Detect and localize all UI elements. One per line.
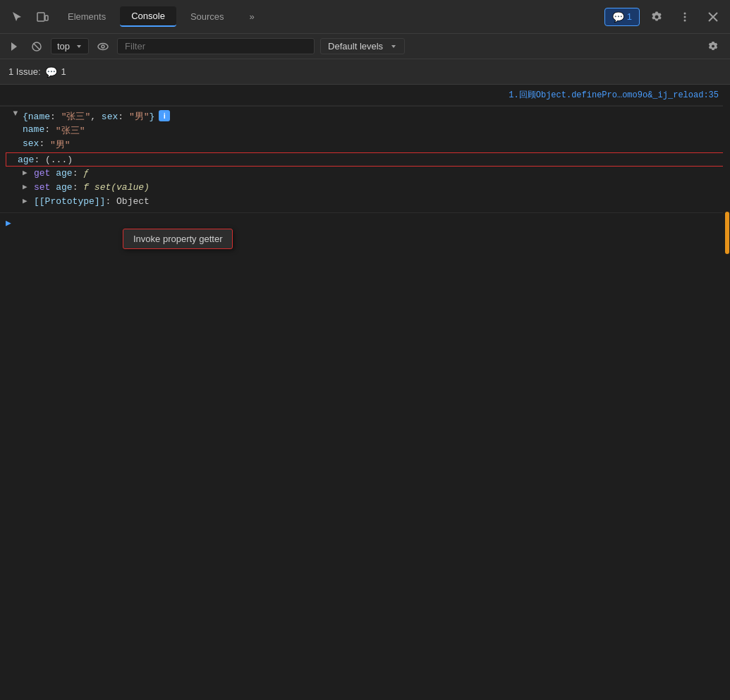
- object-summary: {name: "张三", sex: "男"}: [23, 110, 154, 123]
- context-selector[interactable]: top: [51, 38, 89, 54]
- log-levels-label: Default levels: [328, 41, 383, 52]
- set-age-func: f set(value): [83, 182, 150, 193]
- prop-name-key: name: [23, 124, 44, 135]
- source-link[interactable]: 1.回顾Object.definePro…omo9o&_ij_reload:35: [0, 85, 730, 106]
- expand-arrow-getter[interactable]: ▶: [23, 168, 31, 177]
- set-keyword: set: [34, 182, 50, 193]
- prop-sex-value: "男": [50, 138, 71, 151]
- svg-rect-1: [45, 16, 48, 20]
- svg-point-9: [98, 43, 108, 49]
- expand-arrow-setter[interactable]: ▶: [23, 182, 31, 191]
- issue-chat-icon: 💬: [45, 66, 57, 78]
- svg-point-2: [684, 12, 686, 14]
- close-devtools-button[interactable]: [702, 6, 724, 28]
- tree-root-row[interactable]: ▶ {name: "张三", sex: "男"} i: [0, 109, 730, 123]
- console-output: 1.回顾Object.definePro…omo9o&_ij_reload:35…: [0, 85, 730, 700]
- tab-bar-right: 💬 1: [604, 6, 724, 28]
- tree-sex-row: sex : "男": [0, 138, 730, 152]
- messages-count: 1: [627, 11, 632, 22]
- scrollbar-track: [723, 85, 730, 700]
- play-button[interactable]: [6, 38, 23, 55]
- filter-input[interactable]: [117, 38, 315, 54]
- svg-point-4: [684, 19, 686, 21]
- context-label: top: [57, 41, 70, 52]
- tree-name-row: name : "张三": [0, 123, 730, 138]
- prototype-value: Object: [116, 196, 150, 207]
- get-age-func: ƒ: [83, 168, 89, 179]
- set-age-key: age: [56, 182, 72, 193]
- clear-log-button[interactable]: [28, 38, 45, 55]
- age-getter-container: age : (...) Invoke property getter: [3, 152, 727, 167]
- tree-get-age-row[interactable]: ▶ get age : ƒ: [0, 167, 730, 181]
- tree-prototype-row[interactable]: ▶ [[Prototype]] : Object: [0, 195, 730, 210]
- console-prompt[interactable]: ▶: [0, 213, 730, 233]
- scrollbar-thumb[interactable]: [725, 212, 729, 254]
- object-tree: ▶ {name: "张三", sex: "男"} i name : "张三" s…: [0, 107, 730, 212]
- device-icon[interactable]: [31, 6, 54, 28]
- console-settings-button[interactable]: [702, 35, 724, 58]
- svg-rect-0: [37, 13, 44, 21]
- tree-age-row[interactable]: age : (...): [6, 152, 724, 167]
- prop-age-key: age: [18, 155, 34, 165]
- toolbar-right: [702, 35, 724, 58]
- tree-set-age-row[interactable]: ▶ set age : f set(value): [0, 181, 730, 195]
- issue-label: 1 Issue: 💬 1: [8, 66, 66, 78]
- invoke-getter-tooltip[interactable]: Invoke property getter: [123, 229, 233, 249]
- prop-name-value: "张三": [56, 124, 85, 137]
- log-levels-selector[interactable]: Default levels: [320, 38, 405, 54]
- chat-icon: 💬: [612, 11, 624, 23]
- svg-point-3: [684, 16, 686, 18]
- cursor-icon[interactable]: [6, 6, 28, 28]
- tab-console[interactable]: Console: [120, 6, 176, 27]
- age-ellipsis[interactable]: (...): [45, 155, 73, 165]
- console-toolbar: top Default levels: [0, 34, 730, 59]
- expand-arrow-prototype[interactable]: ▶: [23, 196, 31, 205]
- get-age-key: age: [56, 168, 72, 179]
- svg-point-10: [102, 45, 104, 48]
- svg-marker-11: [391, 45, 396, 48]
- devtools-settings-button[interactable]: [645, 6, 668, 28]
- prototype-key: [[Prototype]]: [34, 196, 105, 207]
- tab-elements[interactable]: Elements: [56, 7, 117, 26]
- svg-marker-8: [77, 45, 81, 48]
- prop-sex-key: sex: [23, 138, 39, 149]
- live-expression-button[interactable]: [95, 38, 111, 55]
- info-icon[interactable]: i: [159, 110, 170, 121]
- svg-marker-5: [11, 42, 17, 51]
- more-options-button[interactable]: [674, 6, 696, 28]
- get-keyword: get: [34, 168, 50, 179]
- tab-bar: Elements Console Sources » 💬 1: [0, 0, 730, 34]
- messages-badge[interactable]: 💬 1: [604, 8, 640, 26]
- tab-sources[interactable]: Sources: [179, 7, 236, 26]
- svg-line-7: [34, 43, 40, 49]
- issues-bar: 1 Issue: 💬 1: [0, 59, 730, 85]
- expand-arrow-root[interactable]: ▶: [11, 111, 20, 120]
- tab-more[interactable]: »: [238, 7, 266, 26]
- prompt-arrow-icon: ▶: [6, 217, 11, 229]
